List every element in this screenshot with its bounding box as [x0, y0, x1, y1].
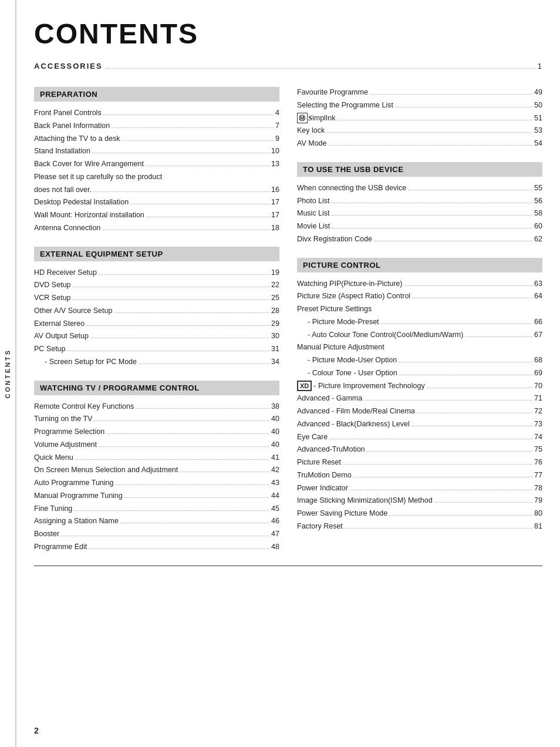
- list-item: - Colour Tone - User Option 69: [297, 368, 542, 379]
- list-item: DVD Setup 22: [34, 280, 279, 291]
- section-header-watching: WATCHING TV / PROGRAMME CONTROL: [34, 381, 279, 395]
- list-item: Power Indicator 78: [297, 483, 542, 494]
- list-item: - Auto Colour Tone Control(Cool/Medium/W…: [297, 329, 542, 341]
- section-header-external: EXTERNAL EQUIPMENT SETUP: [34, 247, 279, 261]
- list-item: Advanced - Film Mode/Real Cinema 72: [297, 406, 542, 417]
- list-item: Advanced - Gamma 71: [297, 393, 542, 404]
- list-item: Key lock 53: [297, 125, 542, 136]
- list-item: Remote Control Key Functions 38: [34, 401, 279, 412]
- list-item: Advanced - Black(Darkness) Level 73: [297, 419, 542, 430]
- list-item: Booster 47: [34, 529, 279, 540]
- list-item: Music List 58: [297, 208, 542, 219]
- page-number: 2: [34, 726, 39, 735]
- list-item: Stand Installation 10: [34, 146, 279, 157]
- list-item: Antenna Connection 18: [34, 223, 279, 234]
- list-item: Manual Programme Tuning 44: [34, 490, 279, 502]
- list-item: When connecting the USB device 55: [297, 183, 542, 194]
- section-usb: TO USE THE USB DEVICE When connecting th…: [297, 162, 542, 245]
- main-content: CONTENTS ACCESSORIES 1 PREPARATION Front…: [16, 0, 560, 747]
- list-item: Advanced-TruMotion 75: [297, 444, 542, 455]
- sidebar-tab: CONTENTS: [0, 0, 16, 747]
- list-item: Preset Picture Settings: [297, 304, 542, 315]
- list-item: Auto Programme Tuning 43: [34, 477, 279, 489]
- section-picture-control: PICTURE CONTROL Watching PIP(Picture-in-…: [297, 258, 542, 532]
- page-wrapper: CONTENTS CONTENTS ACCESSORIES 1 PREPARAT…: [0, 0, 560, 747]
- section-right-top: Favourite Programme 49 Selecting the Pro…: [297, 87, 542, 149]
- list-item: Watching PIP(Picture-in-Picture) 63: [297, 278, 542, 290]
- list-item: Back Cover for Wire Arrangement 13: [34, 159, 279, 170]
- accessories-page: 1: [538, 62, 542, 70]
- simplink-label: S: [308, 113, 312, 124]
- list-item-xd: XD- Picture Improvement Technology 70: [297, 381, 542, 392]
- list-item: HD Receiver Setup 19: [34, 267, 279, 278]
- page-title: CONTENTS: [34, 18, 542, 50]
- sidebar-tab-label: CONTENTS: [4, 349, 11, 399]
- list-item: Desktop Pedestal Installation 17: [34, 197, 279, 208]
- list-item: Wall Mount: Horizontal installation 17: [34, 210, 279, 221]
- list-item: Assigning a Station Name 46: [34, 516, 279, 527]
- list-item: Fine Tuning 45: [34, 503, 279, 514]
- section-header-usb: TO USE THE USB DEVICE: [297, 162, 542, 177]
- list-item: Picture Size (Aspect Ratio) Control 64: [297, 291, 542, 302]
- list-item: AV Mode 54: [297, 138, 542, 149]
- list-item: Selecting the Programme List 50: [297, 100, 542, 111]
- list-item: Programme Selection 40: [34, 426, 279, 438]
- list-item: Volume Adjustment 40: [34, 439, 279, 450]
- section-preparation: PREPARATION Front Panel Controls 4 Back …: [34, 87, 279, 234]
- list-item: Manual Picture Adjustment: [297, 342, 542, 353]
- page-divider: [34, 566, 542, 566]
- list-item: TruMotion Demo 77: [297, 470, 542, 481]
- list-item: Attaching the TV to a desk 9: [34, 133, 279, 144]
- accessories-dots: [106, 68, 535, 69]
- list-item: Front Panel Controls 4: [34, 107, 279, 119]
- list-item: Power Saving Picture Mode 80: [297, 508, 542, 519]
- section-watching-tv: WATCHING TV / PROGRAMME CONTROL Remote C…: [34, 381, 279, 553]
- col-left: PREPARATION Front Panel Controls 4 Back …: [34, 87, 279, 566]
- list-item: VCR Setup 25: [34, 292, 279, 304]
- section-external-equipment: EXTERNAL EQUIPMENT SETUP HD Receiver Set…: [34, 247, 279, 368]
- list-item: Programme Edit 48: [34, 541, 279, 553]
- columns: PREPARATION Front Panel Controls 4 Back …: [34, 87, 542, 566]
- list-item: Factory Reset 81: [297, 521, 542, 532]
- simplink-icon: Ⓜ: [297, 113, 308, 124]
- list-item: Other A/V Source Setup 28: [34, 305, 279, 317]
- list-item-simplink: ⓂSimplInk 51: [297, 113, 542, 124]
- list-item: Back Panel Information 7: [34, 120, 279, 132]
- list-item: External Stereo 29: [34, 318, 279, 329]
- list-item: Favourite Programme 49: [297, 87, 542, 98]
- list-item: Picture Reset 76: [297, 457, 542, 468]
- list-item: Turning on the TV 40: [34, 413, 279, 425]
- list-item: AV Output Setup 30: [34, 331, 279, 342]
- list-item: Photo List 56: [297, 196, 542, 207]
- col-right: Favourite Programme 49 Selecting the Pro…: [297, 87, 542, 566]
- xd-logo-icon: XD: [297, 381, 312, 391]
- list-item: Please set it up carefully so the produc…: [34, 171, 279, 183]
- list-item: Divx Registration Code 62: [297, 234, 542, 245]
- list-item: - Picture Mode-User Option 68: [297, 355, 542, 366]
- list-item: PC Setup 31: [34, 344, 279, 355]
- list-item: - Picture Mode-Preset 66: [297, 317, 542, 328]
- list-item: does not fall over. 16: [34, 184, 279, 196]
- accessories-line: ACCESSORIES 1: [34, 62, 542, 70]
- list-item: Eye Care 74: [297, 432, 542, 443]
- section-header-preparation: PREPARATION: [34, 87, 279, 102]
- list-item: Quick Menu 41: [34, 452, 279, 463]
- list-item: On Screen Menus Selection and Adjustment…: [34, 465, 279, 476]
- list-item: - Screen Setup for PC Mode 34: [34, 356, 279, 368]
- accessories-label: ACCESSORIES: [34, 62, 103, 70]
- list-item: Movie List 60: [297, 221, 542, 232]
- list-item: Image Sticking Minimization(ISM) Method …: [297, 495, 542, 506]
- section-header-picture: PICTURE CONTROL: [297, 258, 542, 272]
